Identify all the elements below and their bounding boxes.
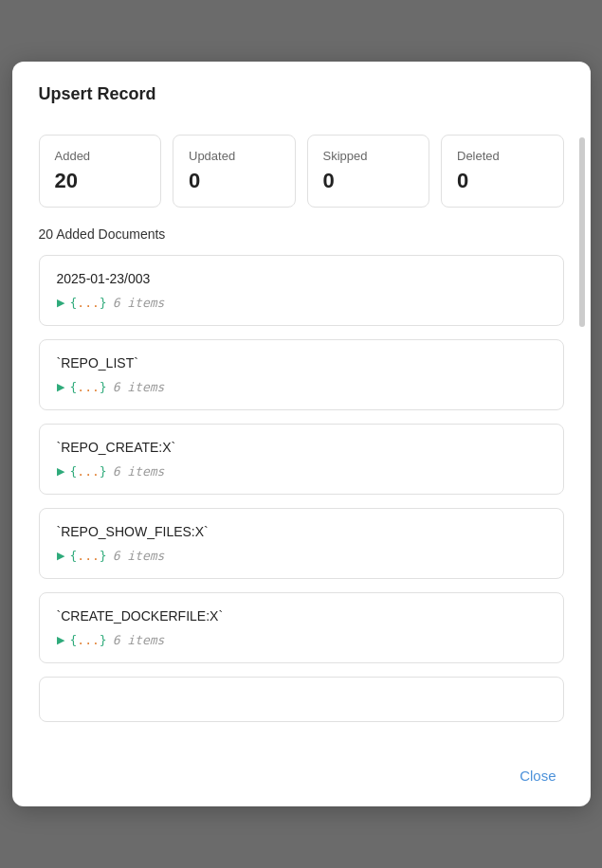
stat-label-added: Added	[55, 149, 146, 163]
stats-row: Added 20 Updated 0 Skipped 0 Deleted 0	[39, 135, 564, 208]
doc-id: 2025-01-23/003	[57, 271, 546, 286]
section-title: 20 Added Documents	[39, 226, 564, 242]
stat-value-skipped: 0	[323, 169, 414, 193]
doc-id: `REPO_LIST`	[57, 355, 546, 371]
brace-preview: {...}	[70, 296, 107, 310]
doc-card-partial	[39, 677, 564, 722]
doc-card: `CREATE_DOCKERFILE:X`▶{...}6 items	[39, 592, 564, 663]
items-count: 6 items	[113, 549, 165, 563]
doc-preview: ▶{...}6 items	[57, 633, 546, 647]
stat-value-updated: 0	[189, 169, 280, 193]
expand-arrow-icon[interactable]: ▶	[57, 550, 64, 562]
close-button[interactable]: Close	[512, 764, 563, 787]
items-count: 6 items	[113, 380, 165, 394]
brace-preview: {...}	[70, 633, 107, 647]
modal-overlay: Upsert Record Added 20 Updated 0 Skipped	[0, 0, 602, 868]
modal-dialog: Upsert Record Added 20 Updated 0 Skipped	[12, 62, 591, 806]
doc-preview: ▶{...}6 items	[57, 549, 546, 563]
modal-header: Upsert Record	[12, 62, 591, 119]
document-list: 2025-01-23/003▶{...}6 items`REPO_LIST`▶{…	[39, 255, 564, 722]
doc-card: `REPO_LIST`▶{...}6 items	[39, 339, 564, 410]
expand-arrow-icon[interactable]: ▶	[57, 634, 64, 646]
stat-label-deleted: Deleted	[457, 149, 548, 163]
doc-preview: ▶{...}6 items	[57, 380, 546, 394]
doc-card: 2025-01-23/003▶{...}6 items	[39, 255, 564, 326]
modal-body[interactable]: Added 20 Updated 0 Skipped 0 Deleted 0	[12, 119, 591, 750]
modal-footer: Close	[12, 750, 591, 806]
items-count: 6 items	[113, 464, 165, 479]
stat-label-skipped: Skipped	[323, 149, 414, 163]
expand-arrow-icon[interactable]: ▶	[57, 381, 64, 393]
doc-id: `REPO_CREATE:X`	[57, 440, 546, 455]
stat-value-added: 20	[55, 169, 146, 193]
items-count: 6 items	[113, 633, 165, 647]
modal-title: Upsert Record	[39, 84, 564, 104]
doc-card: `REPO_CREATE:X`▶{...}6 items	[39, 424, 564, 495]
stat-card-added: Added 20	[39, 135, 162, 208]
stat-value-deleted: 0	[457, 169, 548, 193]
stat-card-skipped: Skipped 0	[307, 135, 430, 208]
brace-preview: {...}	[70, 380, 107, 394]
stat-label-updated: Updated	[189, 149, 280, 163]
doc-card: `REPO_SHOW_FILES:X`▶{...}6 items	[39, 508, 564, 579]
expand-arrow-icon[interactable]: ▶	[57, 297, 64, 309]
items-count: 6 items	[113, 296, 165, 310]
doc-preview: ▶{...}6 items	[57, 464, 546, 479]
doc-preview: ▶{...}6 items	[57, 296, 546, 310]
brace-preview: {...}	[70, 464, 107, 479]
brace-preview: {...}	[70, 549, 107, 563]
stat-card-deleted: Deleted 0	[441, 135, 564, 208]
doc-id: `CREATE_DOCKERFILE:X`	[57, 608, 546, 624]
stat-card-updated: Updated 0	[173, 135, 296, 208]
scrollbar-track[interactable]	[579, 137, 585, 327]
doc-id: `REPO_SHOW_FILES:X`	[57, 524, 546, 539]
expand-arrow-icon[interactable]: ▶	[57, 465, 64, 478]
